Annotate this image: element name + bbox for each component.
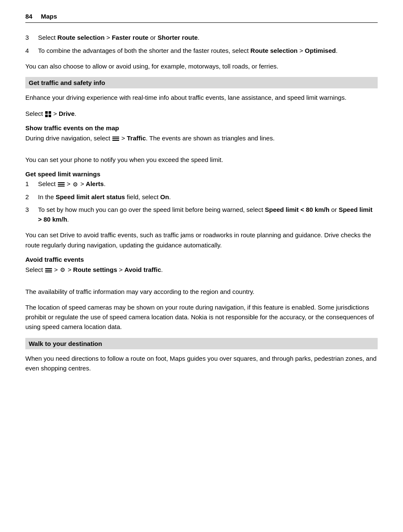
para-avoid: You can also choose to allow or avoid us… [25,61,378,71]
section-traffic-header: Get traffic and safety info [25,77,378,88]
speed-step-3: 3 To set by how much you can go over the… [25,205,378,224]
step-3-bold2: Faster route [112,34,149,41]
step-3-number: 3 [25,33,38,43]
speed-step-1-content: Select > ⚙ > Alerts. [38,179,378,189]
page-header: 84 Maps [25,13,378,23]
select-label: Select [25,110,43,117]
menu-icon-avoid [45,268,52,272]
speed-s2-before: In the [38,193,56,200]
avoid-bold1: Route settings [73,266,117,273]
speed-s2-bold1: Speed limit alert status [56,193,125,200]
step-3-end: . [198,34,199,41]
speed-s3-end: . [67,216,69,223]
show-traffic-before: During drive navigation, select [25,134,112,142]
step-3-content: Select Route selection > Faster route or… [38,33,378,43]
speed-s3-bold1: Speed limit < 80 km/h [265,206,329,213]
step-3: 3 Select Route selection > Faster route … [25,33,378,43]
speed-s1-end: . [104,180,106,187]
step-3-bold3: Shorter route [158,34,198,41]
avoid-traffic-title: Avoid traffic events [25,256,378,263]
speed-s1-bold: Alerts [86,180,104,187]
apps-icon [45,111,51,117]
speed-step-2: 2 In the Speed limit alert status field,… [25,192,378,202]
speed-s3-or: or [329,206,339,213]
show-traffic-after: . The events are shown as triangles and … [146,134,275,142]
speed-step-2-content: In the Speed limit alert status field, s… [38,192,378,202]
steps-list: 3 Select Route selection > Faster route … [25,33,378,55]
avoid-mid1: > [54,266,60,273]
step-3-bold1: Route selection [57,34,105,41]
show-traffic-mid: > [120,134,127,142]
step-4-before: To combine the advantages of both the sh… [38,47,251,54]
step-4-mid: > [298,47,305,54]
show-traffic-bold: Traffic [127,134,146,142]
speed-s1-mid: > [67,180,72,187]
speed-s1-mid2: > [79,180,86,187]
page-number: 84 [25,13,33,20]
gear-icon-s1: ⚙ [73,180,78,189]
step-4-number: 4 [25,46,38,56]
avoid-mid3: > [117,266,124,273]
select-drive-line: Select > Drive. [25,109,378,118]
speed-step-3-num: 3 [25,205,38,224]
para-drive: You can set Drive to avoid traffic event… [25,230,378,250]
step-3-before: Select [38,34,57,41]
speed-s2-bold2: On [160,193,169,200]
step-3-or: or [148,34,158,41]
para-enhance: Enhance your driving experience with rea… [25,93,378,102]
avoid-mid2: > [66,266,73,273]
avoid-before: Select [25,266,43,273]
speed-s3-before: To set by how much you can go over the s… [38,206,265,213]
section-walk-header: Walk to your destination [25,338,378,349]
avoid-end: . [161,266,163,273]
para-speed: You can set your phone to notify you whe… [25,155,378,165]
speed-s2-mid: field, select [125,193,160,200]
para-availability: The availability of traffic information … [25,287,378,296]
speed-steps-list: 1 Select > ⚙ > Alerts. 2 In the Speed li… [25,179,378,224]
menu-icon-s1 [58,182,65,186]
menu-icon-traffic [112,137,119,141]
speed-step-1-num: 1 [25,179,38,189]
step-4-end: . [336,47,338,54]
speed-s1-before: Select [38,180,56,187]
para-walk: When you need directions to follow a rou… [25,354,378,373]
show-traffic-para: During drive navigation, select > Traffi… [25,133,378,143]
speed-step-2-num: 2 [25,192,38,202]
speed-s2-end: . [169,193,171,200]
gt-drive: > [53,110,59,117]
speed-step-1: 1 Select > ⚙ > Alerts. [25,179,378,189]
step-4-content: To combine the advantages of both the sh… [38,46,378,56]
step-4-bold1: Route selection [251,47,298,54]
avoid-bold2: Avoid traffic [124,266,161,273]
gear-icon-avoid: ⚙ [60,266,65,275]
speed-warnings-title: Get speed limit warnings [25,170,378,178]
drive-bold: Drive [59,110,75,117]
step-4-bold2: Optimised [305,47,336,54]
step-4: 4 To combine the advantages of both the … [25,46,378,56]
avoid-traffic-line: Select > ⚙ > Route settings > Avoid traf… [25,265,378,275]
para-cameras: The location of speed cameras may be sho… [25,302,378,332]
page: 84 Maps 3 Select Route selection > Faste… [0,0,403,532]
speed-step-3-content: To set by how much you can go over the s… [38,205,378,224]
show-traffic-title: Show traffic events on the map [25,124,378,132]
step-3-mid: > [105,34,112,41]
page-title: Maps [41,13,57,20]
